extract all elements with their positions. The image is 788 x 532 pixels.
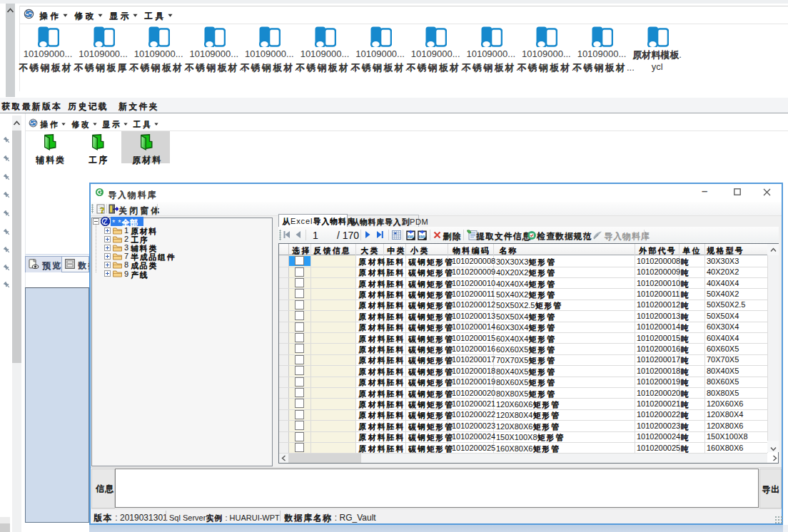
svg-text:XML: XML bbox=[407, 235, 415, 239]
svg-text:?: ? bbox=[100, 205, 105, 215]
svg-text:XML: XML bbox=[418, 235, 426, 239]
